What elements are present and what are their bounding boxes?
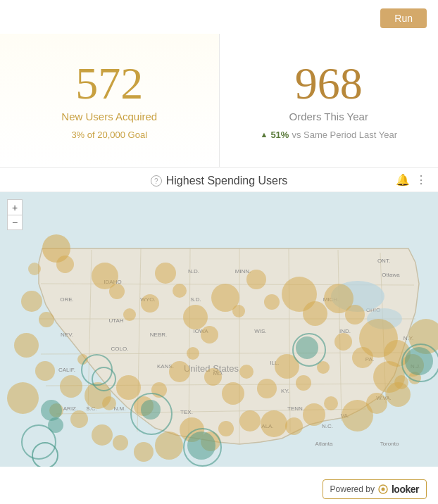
svg-text:WIS.: WIS. [254,328,266,334]
new-users-goal: 3% of 20,000 Goal [71,130,147,140]
svg-text:CALIF.: CALIF. [58,367,75,373]
looker-brand-text: looker [392,484,419,495]
map-title-area: ? Highest Spending Users [151,175,288,187]
footer: Powered by looker [0,474,438,504]
info-icon[interactable]: ? [151,175,162,187]
zoom-controls: + − [7,199,23,230]
new-users-number: 572 [75,61,143,106]
svg-text:TENN.: TENN. [287,405,304,412]
metric-card-left: 572 New Users Acquired 3% of 20,000 Goal [0,34,220,167]
svg-text:N.D.: N.D. [188,268,199,275]
orders-label: Orders This Year [289,111,368,122]
zoom-out-button[interactable]: − [7,215,23,230]
svg-text:UTAH: UTAH [108,317,123,324]
svg-text:ORE.: ORE. [60,296,74,303]
svg-text:N.C.: N.C. [322,423,333,429]
orders-trend: ▲ 51% vs Same Period Last Year [260,130,397,140]
svg-text:Ottawa: Ottawa [382,272,400,278]
svg-text:N.M.: N.M. [114,405,126,412]
map-title: Highest Spending Users [166,175,288,187]
metrics-row: 572 New Users Acquired 3% of 20,000 Goal… [0,34,438,168]
looker-logo-icon [378,484,388,494]
svg-text:Atlanta: Atlanta [315,441,333,447]
orders-number: 968 [295,61,363,106]
svg-text:ONT.: ONT. [377,258,390,264]
svg-text:Toronto: Toronto [380,441,399,447]
powered-by-text: Powered by [330,484,375,494]
new-users-label: New Users Acquired [61,111,157,122]
metric-card-right: 968 Orders This Year ▲ 51% vs Same Perio… [220,34,439,167]
map-actions: 🔔 ⋮ [396,173,427,187]
run-button[interactable]: Run [380,8,427,28]
trend-arrow-icon: ▲ [260,130,268,139]
svg-point-53 [381,487,384,491]
trend-percentage: 51% [270,130,289,140]
svg-text:NEV.: NEV. [61,332,73,338]
header: Run [0,0,438,34]
alert-bell-icon[interactable]: 🔔 [396,173,410,187]
svg-text:NEBR.: NEBR. [150,332,167,338]
zoom-in-button[interactable]: + [7,199,23,215]
svg-text:KY.: KY. [281,388,289,394]
powered-by-badge: Powered by looker [323,479,427,499]
map-container[interactable]: ORE. NEV. CALIF. IDAHO UTAH COLO. WYO. N… [0,192,438,467]
map-section: ? Highest Spending Users 🔔 ⋮ [0,168,438,467]
trend-description: vs Same Period Last Year [292,130,397,140]
map-header: ? Highest Spending Users 🔔 ⋮ [0,168,438,192]
svg-text:TEX.: TEX. [180,409,193,415]
more-options-icon[interactable]: ⋮ [415,173,427,187]
svg-text:S.D.: S.D. [190,296,201,303]
svg-text:COLO.: COLO. [111,346,129,352]
